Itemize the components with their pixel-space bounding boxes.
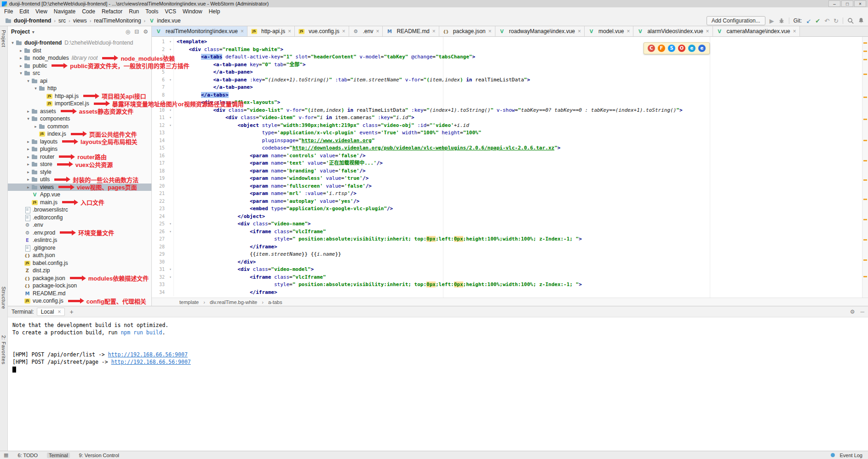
code-line[interactable]: 4▾ <a-tab-pane key="0" tab="全部">	[152, 61, 868, 69]
code-line[interactable]: 16 <param name='controls' value='false'/…	[152, 152, 868, 160]
close-tab-icon[interactable]: ×	[793, 28, 796, 34]
tree-item-dist-zip[interactable]: dist.zip	[8, 267, 151, 275]
close-tab-icon[interactable]: ×	[432, 28, 436, 34]
code-line[interactable]: 33 style=" position:absolute;visibility:…	[152, 281, 868, 289]
tree-root[interactable]: ▾duoji-frontendD:\zheheWeb\duoji-fronten…	[8, 39, 151, 47]
close-tab-icon[interactable]: ×	[706, 28, 709, 34]
tree-item-components[interactable]: ▾components	[8, 115, 151, 123]
chevron-right-icon[interactable]: ▸	[25, 170, 31, 174]
editor-tab-model-vue[interactable]: model.vue×	[585, 26, 633, 36]
code-line[interactable]: 9▾ <div class="flex-layouts">	[152, 99, 868, 107]
tree-item-router[interactable]: ▸routerrouter路由	[8, 153, 151, 161]
chrome-icon[interactable]: C	[648, 45, 655, 52]
git-update-icon[interactable]: ↙	[806, 17, 811, 24]
notifications-bell-icon[interactable]	[858, 17, 864, 24]
chevron-right-icon[interactable]: ▸	[18, 56, 24, 60]
tree-item-utils[interactable]: ▸utils封装的一些公共函数方法	[8, 176, 151, 184]
tree-item-index-js[interactable]: index.js页面公共组件文件	[8, 130, 151, 138]
tree-item-app-vue[interactable]: App.vue	[8, 191, 151, 199]
terminal-tab-local[interactable]: Local ×	[37, 308, 65, 316]
fold-icon[interactable]: ▾	[167, 220, 174, 228]
menu-code[interactable]: Code	[79, 8, 98, 15]
close-tab-icon[interactable]: ×	[241, 28, 244, 34]
code-line[interactable]: 30 </div>	[152, 258, 868, 266]
chevron-right-icon[interactable]: ▸	[25, 177, 31, 182]
code-editor[interactable]: 1▾<template>2▾ <div class="realTime bg-w…	[152, 37, 868, 298]
chevron-down-icon[interactable]: ▾	[18, 71, 24, 75]
code-line[interactable]: 34 </iframe>	[152, 289, 868, 297]
collapse-all-icon[interactable]: ⊟	[134, 29, 139, 35]
tree-item-assets[interactable]: ▸assetsassets静态资源文件	[8, 108, 151, 115]
menu-file[interactable]: File	[1, 8, 16, 15]
chevron-right-icon[interactable]: ▸	[25, 109, 31, 114]
chevron-right-icon[interactable]: ▸	[25, 162, 31, 166]
run-icon[interactable]: ▶	[770, 18, 774, 24]
chevron-right-icon[interactable]: ▸	[25, 155, 31, 159]
fold-icon[interactable]: ▾	[167, 38, 174, 46]
close-tab-icon[interactable]: ×	[627, 28, 630, 34]
tree-item-vue-config-js[interactable]: vue.config.jsconfig配置、代理相关	[8, 297, 151, 305]
new-terminal-session-icon[interactable]: +	[68, 308, 75, 316]
tree-item-editorconfig[interactable]: .editorconfig	[8, 214, 151, 222]
code-line[interactable]: 24 </object>	[152, 213, 868, 221]
status-9-version-control[interactable]: 9: Version Control	[77, 453, 121, 458]
history-icon[interactable]: ↻	[834, 18, 839, 24]
tree-item-babel-config-js[interactable]: babel.config.js	[8, 259, 151, 267]
tree-item-http-api-js[interactable]: http-api.js项目相关api接口	[8, 92, 151, 100]
git-commit-icon[interactable]: ✔	[815, 17, 820, 24]
git-rollback-icon[interactable]: ↶	[824, 18, 829, 24]
add-configuration-button[interactable]: Add Configuration...	[707, 16, 765, 25]
code-line[interactable]: 3▾ <a-tabs default-active-key="1" slot="…	[152, 53, 868, 61]
code-line[interactable]: 1▾<template>	[152, 38, 868, 46]
terminal-link[interactable]: http://192.168.66.56:9007	[111, 359, 191, 365]
hide-terminal-icon[interactable]: ─	[860, 309, 864, 315]
menu-tools[interactable]: Tools	[142, 8, 161, 15]
panel-settings-gear-icon[interactable]: ⚙	[143, 29, 148, 35]
editor-tab-cameramanage-index-vue[interactable]: cameraManage\index.vue×	[713, 26, 800, 36]
breadcrumb-item-index-vue[interactable]: index.vue	[147, 17, 182, 24]
tree-item-importexcel-js[interactable]: importExcel.js暴露环境变量地址给图片or视频资源路径变量调用	[8, 100, 151, 108]
code-line[interactable]: 15 codebase="http://downloads.videolan.o…	[152, 144, 868, 152]
chevron-down-icon[interactable]: ▾	[10, 40, 16, 45]
editor-scrollbar[interactable]	[862, 37, 868, 298]
terminal-output[interactable]: Note that the development build is not o…	[8, 317, 868, 451]
safari-icon[interactable]: S	[668, 45, 675, 52]
tree-item-api[interactable]: ▾api	[8, 77, 151, 85]
firefox-icon[interactable]: F	[658, 45, 665, 52]
code-breadcrumb-template[interactable]: template	[179, 299, 199, 305]
code-line[interactable]: 21 <param name='mrl' :value='i.rtsp'/>	[152, 190, 868, 198]
close-tab-icon[interactable]: ×	[288, 28, 291, 34]
chevron-right-icon[interactable]: ▸	[25, 139, 31, 144]
chevron-right-icon[interactable]: ▸	[18, 48, 24, 53]
code-line[interactable]: 5 </a-tab-pane>	[152, 69, 868, 76]
menu-refactor[interactable]: Refactor	[98, 8, 126, 15]
tree-item-http[interactable]: ▾http	[8, 85, 151, 92]
menu-view[interactable]: View	[32, 8, 51, 15]
chevron-right-icon[interactable]: ▸	[33, 124, 39, 129]
fold-icon[interactable]: ▾	[167, 76, 174, 84]
code-breadcrumb-a-tabs[interactable]: a-tabs	[268, 299, 282, 305]
code-breadcrumb-div-realtime-bg-white[interactable]: div.realTime.bg-white	[210, 299, 257, 305]
editor-tab-package-json[interactable]: package.json×	[439, 26, 495, 36]
tool-button-favorites[interactable]: 2: Favorites	[1, 335, 6, 364]
tree-item-dist[interactable]: ▸dist	[8, 47, 151, 55]
tool-button-project[interactable]: Project	[1, 30, 6, 47]
editor-tab-vue-config-js[interactable]: vue.config.js×	[295, 26, 349, 36]
toolwindow-switcher-icon[interactable]: ▦	[4, 452, 8, 458]
code-line[interactable]: 7 </a-tab-pane>	[152, 84, 868, 92]
code-line[interactable]: 2▾ <div class="realTime bg-white">	[152, 46, 868, 54]
menu-navigate[interactable]: Navigate	[51, 8, 79, 15]
tree-item-eslintrc-js[interactable]: .eslintrc.js	[8, 236, 151, 244]
maximize-button[interactable]: □	[841, 0, 853, 7]
status-6-todo[interactable]: 6: TODO	[16, 453, 40, 458]
tree-item-env-prod[interactable]: .env.prod环境变量文件	[8, 229, 151, 237]
close-tab-icon[interactable]: ×	[376, 28, 379, 34]
code-line[interactable]: 14 pluginspage="http://www.videolan.org"	[152, 137, 868, 145]
code-line[interactable]: 31▾ <div class="video-model">	[152, 266, 868, 274]
code-line[interactable]: 13 type='application/x-vlc-plugin' event…	[152, 129, 868, 137]
code-line[interactable]: 11▾ <div class="video-item" v-for="i in …	[152, 114, 868, 122]
code-line[interactable]: 8 </a-tabs>	[152, 92, 868, 99]
status-event-log[interactable]: Event Log	[838, 453, 864, 458]
tree-item-node-modules[interactable]: ▸node_moduleslibrary rootnode_modules依赖	[8, 54, 151, 62]
tree-item-readme-md[interactable]: README.md	[8, 290, 151, 298]
